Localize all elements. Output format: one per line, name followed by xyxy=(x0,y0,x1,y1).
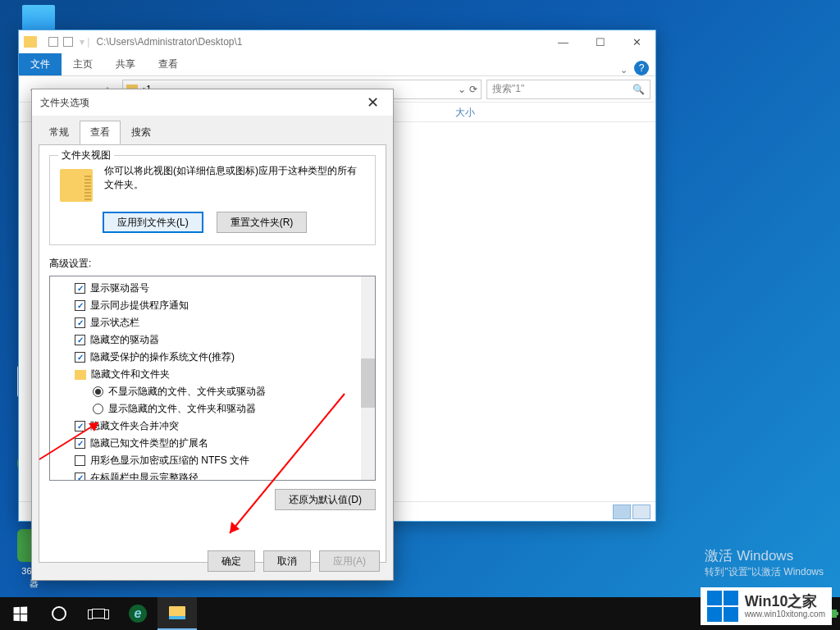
checkbox[interactable] xyxy=(75,352,85,363)
titlebar[interactable]: ▾ | C:\Users\Administrator\Desktop\1 — ☐… xyxy=(19,30,655,53)
dialog-title: 文件夹选项 xyxy=(40,96,89,110)
tab-view[interactable]: 查看 xyxy=(80,121,121,144)
group-legend: 文件夹视图 xyxy=(58,148,114,162)
restore-defaults-button[interactable]: 还原为默认值(D) xyxy=(275,489,376,510)
ok-button[interactable]: 确定 xyxy=(208,550,255,572)
checkbox[interactable] xyxy=(75,335,85,345)
ribbon-tabs: 文件 主页 共享 查看 ⌄ ? xyxy=(19,53,655,76)
tab-share[interactable]: 共享 xyxy=(104,53,147,75)
qat-btn[interactable] xyxy=(63,37,73,47)
view-details-button[interactable] xyxy=(613,504,631,519)
folder-options-dialog: 文件夹选项 ✕ 常规 查看 搜索 文件夹视图 你可以将此视图(如详细信息或图标)… xyxy=(31,89,394,581)
tab-search[interactable]: 搜索 xyxy=(121,121,162,144)
cancel-button[interactable]: 取消 xyxy=(263,550,311,572)
windows-activation-watermark: 激活 Windows 转到"设置"以激活 Windows xyxy=(705,546,824,579)
window-path: C:\Users\Administrator\Desktop\1 xyxy=(96,36,242,48)
edge-button[interactable]: e xyxy=(118,597,158,630)
tab-home[interactable]: 主页 xyxy=(62,53,104,75)
checkbox[interactable] xyxy=(75,472,85,481)
checkbox[interactable] xyxy=(75,455,85,466)
help-icon[interactable]: ? xyxy=(634,61,649,75)
tab-file[interactable]: 文件 xyxy=(19,53,62,75)
close-button[interactable]: ✕ xyxy=(619,30,655,53)
cortana-button[interactable] xyxy=(39,597,79,630)
advanced-settings-label: 高级设置: xyxy=(49,257,376,271)
folder-icon xyxy=(75,370,86,380)
folder-icon xyxy=(24,36,37,48)
explorer-taskbar-button[interactable] xyxy=(158,597,197,630)
checkbox[interactable] xyxy=(75,300,85,311)
apply-button: 应用(A) xyxy=(319,550,380,572)
checkbox[interactable] xyxy=(75,317,85,328)
dialog-titlebar[interactable]: 文件夹选项 ✕ xyxy=(32,89,393,116)
checkbox[interactable] xyxy=(75,421,85,431)
start-button[interactable] xyxy=(0,597,39,630)
minimize-button[interactable]: — xyxy=(545,30,582,53)
search-icon: 🔍 xyxy=(632,84,645,95)
col-size: 大小 xyxy=(449,103,655,121)
maximize-button[interactable]: ☐ xyxy=(582,30,619,53)
checkbox[interactable] xyxy=(75,438,85,449)
refresh-icon[interactable]: ⟳ xyxy=(469,84,477,95)
scroll-thumb[interactable] xyxy=(361,358,375,408)
close-icon[interactable]: ✕ xyxy=(360,93,385,112)
reset-folders-button[interactable]: 重置文件夹(R) xyxy=(217,212,308,233)
taskview-button[interactable] xyxy=(79,597,118,630)
folder-icon xyxy=(60,169,93,202)
site-logo-badge: Win10之家 www.win10xitong.com xyxy=(701,587,832,625)
advanced-settings-list[interactable]: 显示驱动器号 显示同步提供程序通知 显示状态栏 隐藏空的驱动器 隐藏受保护的操作… xyxy=(49,276,376,481)
folder-views-group: 文件夹视图 你可以将此视图(如详细信息或图标)应用于这种类型的所有文件夹。 应用… xyxy=(49,155,376,245)
search-input[interactable]: 搜索"1" 🔍 xyxy=(486,80,651,99)
radio[interactable] xyxy=(93,404,103,414)
group-description: 你可以将此视图(如详细信息或图标)应用于这种类型的所有文件夹。 xyxy=(104,164,365,192)
apply-to-folders-button[interactable]: 应用到文件夹(L) xyxy=(103,212,203,233)
ribbon-expand-icon[interactable]: ⌄ xyxy=(620,65,628,75)
checkbox[interactable] xyxy=(75,283,85,294)
qat-btn[interactable] xyxy=(48,37,58,47)
radio[interactable] xyxy=(93,386,103,397)
view-large-button[interactable] xyxy=(632,504,651,519)
tab-view[interactable]: 查看 xyxy=(147,53,189,75)
tab-general[interactable]: 常规 xyxy=(39,121,80,144)
